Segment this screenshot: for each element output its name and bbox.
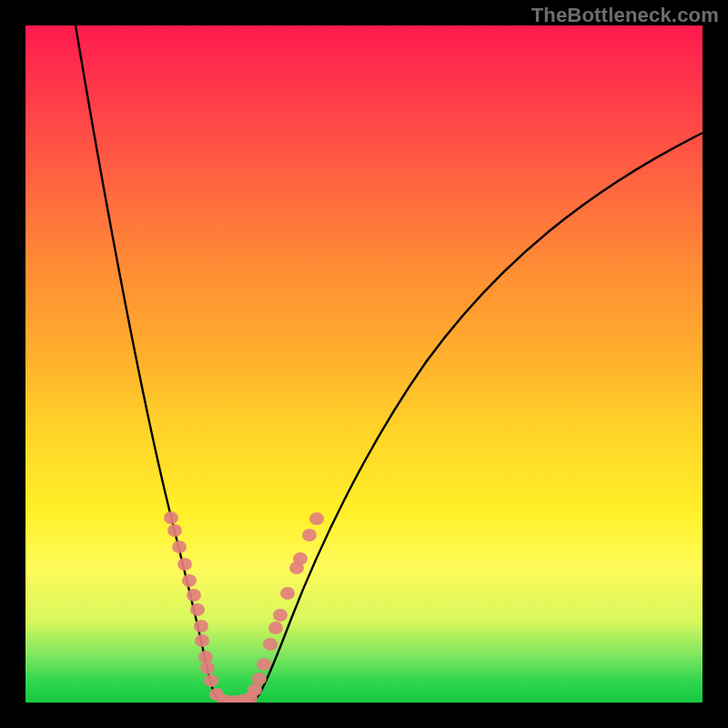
curve-group <box>76 25 703 703</box>
data-marker <box>302 529 317 541</box>
data-marker <box>198 651 213 663</box>
data-marker <box>293 552 308 565</box>
watermark-text: TheBottleneck.com <box>531 4 719 27</box>
marker-layer <box>164 511 324 703</box>
data-marker <box>280 587 295 600</box>
data-marker <box>252 672 267 685</box>
data-marker <box>172 541 187 553</box>
data-marker <box>273 609 288 622</box>
data-marker <box>194 620 208 632</box>
right-curve <box>248 133 703 703</box>
data-marker <box>263 638 278 651</box>
curve-layer <box>25 25 703 703</box>
data-marker <box>164 511 178 524</box>
chart-stage: TheBottleneck.com <box>0 0 728 728</box>
data-marker <box>177 558 192 571</box>
left-curve <box>76 25 225 703</box>
data-marker <box>268 622 283 634</box>
data-marker <box>200 662 215 674</box>
data-marker <box>182 574 197 587</box>
data-marker <box>309 512 324 525</box>
data-marker <box>204 674 218 687</box>
data-marker <box>187 589 201 602</box>
data-marker <box>257 658 271 671</box>
data-marker <box>190 603 205 616</box>
data-marker <box>248 683 262 696</box>
data-marker <box>167 524 182 537</box>
data-marker <box>195 634 209 647</box>
plot-area <box>25 25 703 703</box>
